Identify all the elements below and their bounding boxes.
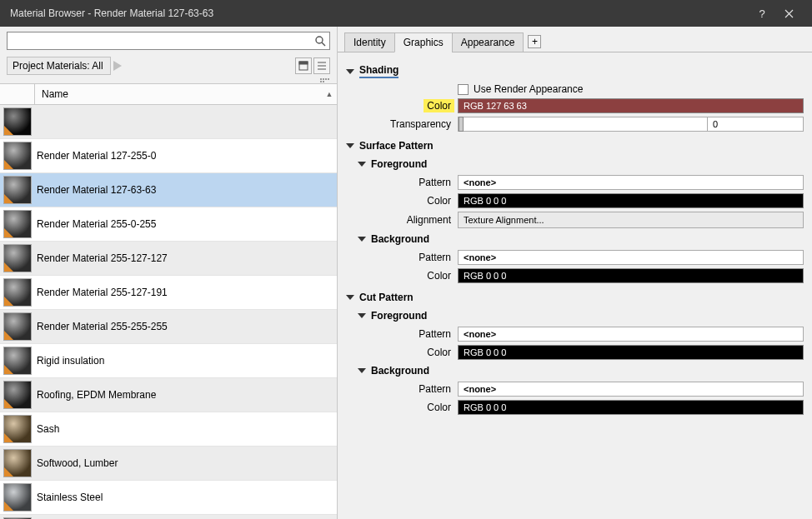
- right-panel: IdentityGraphicsAppearance + Shading Use…: [338, 27, 812, 519]
- material-name: Render Material 127-255-0: [37, 150, 156, 162]
- transparency-slider[interactable]: [458, 117, 708, 132]
- material-swatch: [3, 483, 32, 512]
- scope-dropdown[interactable]: Project Materials: All: [7, 57, 111, 75]
- collapse-icon: [358, 162, 366, 167]
- material-swatch: [3, 278, 32, 307]
- column-header[interactable]: Name ▲: [0, 83, 337, 105]
- material-name: Render Material 255-0-255: [37, 218, 156, 230]
- material-row[interactable]: Render Material 255-255-255: [0, 310, 337, 344]
- material-name: Render Material 255-127-127: [37, 252, 168, 264]
- search-icon: [314, 35, 326, 47]
- material-row[interactable]: Steel, 45-345: [0, 515, 337, 519]
- left-panel: Project Materials: All Name ▲ Render Mat…: [0, 27, 338, 519]
- material-swatch: [3, 312, 32, 341]
- tabs: IdentityGraphicsAppearance +: [338, 27, 812, 52]
- material-swatch: [3, 176, 32, 204]
- section-cut-pattern[interactable]: Cut Pattern: [346, 288, 804, 307]
- section-cut-foreground[interactable]: Foreground: [346, 307, 804, 325]
- use-render-appearance-checkbox[interactable]: Use Render Appearance: [458, 83, 583, 95]
- material-row[interactable]: Render Material 255-0-255: [0, 207, 337, 242]
- section-surface-background[interactable]: Background: [346, 230, 804, 248]
- material-name: Roofing, EPDM Membrane: [37, 389, 156, 401]
- material-swatch: [3, 210, 32, 238]
- identity-view-button[interactable]: [295, 57, 312, 74]
- tab-appearance[interactable]: Appearance: [452, 32, 524, 52]
- texture-alignment-button[interactable]: Texture Alignment...: [458, 212, 804, 228]
- material-row[interactable]: Render Material 255-127-127: [0, 242, 337, 276]
- list-view-button[interactable]: [313, 57, 330, 74]
- material-swatch: [3, 347, 32, 375]
- search-input[interactable]: [11, 33, 314, 48]
- material-swatch: [3, 449, 32, 477]
- close-button[interactable]: [775, 0, 802, 27]
- material-swatch: [3, 107, 32, 136]
- transparency-value[interactable]: 0: [708, 117, 804, 132]
- tab-graphics[interactable]: Graphics: [394, 32, 453, 52]
- collapse-icon: [346, 143, 354, 148]
- material-swatch: [3, 244, 32, 272]
- section-surface-foreground[interactable]: Foreground: [346, 155, 804, 173]
- cut-bg-color[interactable]: RGB 0 0 0: [458, 400, 804, 415]
- material-name: Stainless Steel: [37, 492, 103, 503]
- section-cut-background[interactable]: Background: [346, 362, 804, 380]
- svg-point-0: [316, 37, 323, 43]
- material-swatch: [3, 381, 32, 409]
- material-name: Render Material 127-63-63: [37, 184, 156, 196]
- material-row[interactable]: Sash: [0, 412, 337, 447]
- add-tab-button[interactable]: +: [528, 35, 541, 48]
- collapse-icon: [358, 313, 366, 318]
- material-row[interactable]: Softwood, Lumber: [0, 447, 337, 481]
- search-input-wrap[interactable]: [7, 32, 330, 50]
- material-row[interactable]: Rigid insulation: [0, 344, 337, 378]
- sort-up-icon[interactable]: ▲: [325, 90, 337, 98]
- cut-bg-pattern[interactable]: <none>: [458, 382, 804, 397]
- material-row[interactable]: Render Material 127-255-0: [0, 139, 337, 173]
- surface-bg-pattern[interactable]: <none>: [458, 250, 804, 265]
- svg-rect-2: [299, 62, 308, 64]
- material-row[interactable]: [0, 105, 337, 139]
- surface-fg-color[interactable]: RGB 0 0 0: [458, 193, 804, 208]
- tab-identity[interactable]: Identity: [344, 32, 395, 52]
- collapse-icon: [358, 368, 366, 373]
- shading-color-label: Color: [424, 99, 454, 112]
- material-name: Render Material 255-255-255: [37, 321, 168, 332]
- material-row[interactable]: Stainless Steel: [0, 481, 337, 515]
- transparency-label: Transparency: [346, 118, 458, 130]
- material-row[interactable]: Render Material 255-127-191: [0, 276, 337, 310]
- material-name: Rigid insulation: [37, 355, 104, 367]
- shading-color-swatch[interactable]: RGB 127 63 63: [458, 98, 804, 113]
- titlebar: Material Browser - Render Material 127-6…: [0, 0, 812, 27]
- collapse-icon: [346, 69, 354, 74]
- collapse-icon: [346, 295, 354, 300]
- material-name: Render Material 255-127-191: [37, 287, 168, 298]
- section-shading[interactable]: Shading: [346, 61, 804, 82]
- surface-bg-color[interactable]: RGB 0 0 0: [458, 268, 804, 283]
- properties-scroll[interactable]: Shading Use Render Appearance Color RGB …: [338, 52, 812, 519]
- column-name: Name: [35, 88, 325, 100]
- material-name: Sash: [37, 423, 59, 435]
- material-name: Softwood, Lumber: [37, 457, 118, 469]
- material-row[interactable]: Roofing, EPDM Membrane: [0, 378, 337, 412]
- help-button[interactable]: ?: [749, 0, 775, 27]
- material-swatch: [3, 142, 32, 170]
- collapse-icon: [358, 237, 366, 242]
- section-surface-pattern[interactable]: Surface Pattern: [346, 137, 804, 155]
- material-swatch: [3, 415, 32, 443]
- material-row[interactable]: Render Material 127-63-63: [0, 173, 337, 207]
- cut-fg-color[interactable]: RGB 0 0 0: [458, 345, 804, 360]
- surface-fg-pattern[interactable]: <none>: [458, 175, 804, 190]
- chevron-right-icon: [113, 61, 122, 71]
- cut-fg-pattern[interactable]: <none>: [458, 327, 804, 342]
- material-list[interactable]: Render Material 127-255-0Render Material…: [0, 105, 337, 519]
- window-title: Material Browser - Render Material 127-6…: [10, 7, 749, 19]
